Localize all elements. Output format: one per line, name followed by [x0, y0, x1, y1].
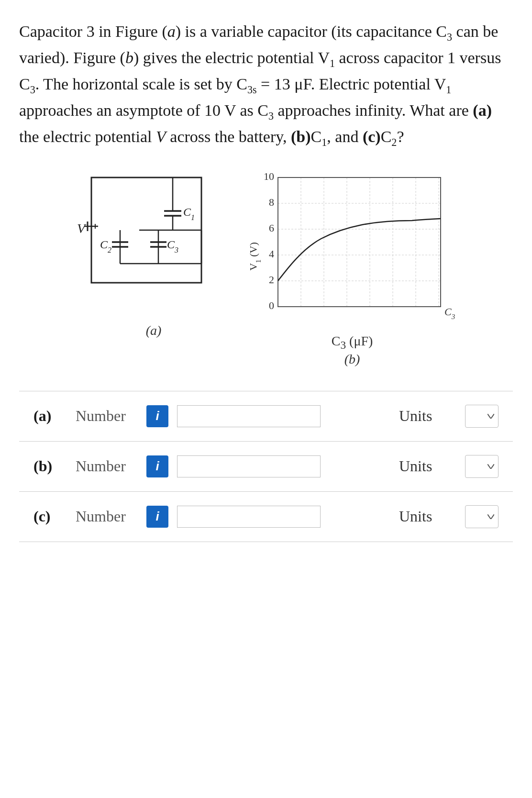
- number-input-a[interactable]: [177, 405, 321, 427]
- circuit-svg: V C1: [77, 168, 230, 316]
- svg-text:4: 4: [269, 248, 274, 260]
- circuit-diagram: V C1: [77, 168, 230, 338]
- graph-x-label: C3 (μF) (b): [332, 333, 373, 367]
- svg-text:C3: C3: [167, 238, 178, 254]
- answer-row-a: (a) Number i Units V μF: [19, 391, 513, 442]
- svg-text:C1: C1: [183, 206, 195, 222]
- svg-text:C2: C2: [100, 238, 111, 254]
- svg-text:V: V: [77, 221, 87, 236]
- problem-text: Capacitor 3 in Figure (a) is a variable …: [19, 19, 513, 151]
- part-b-label: (b): [33, 457, 67, 475]
- units-label-c: Units: [399, 508, 456, 525]
- figures-row: V C1: [19, 168, 513, 367]
- units-select-c[interactable]: V μF: [465, 505, 499, 528]
- graph-x-axis-label: C3 (μF): [332, 333, 373, 348]
- part-c-label: (c): [33, 508, 67, 525]
- number-input-c[interactable]: [177, 506, 321, 528]
- units-select-b[interactable]: V μF: [465, 455, 499, 478]
- svg-text:2: 2: [269, 274, 274, 286]
- svg-text:6: 6: [269, 222, 274, 234]
- info-button-c[interactable]: i: [146, 506, 168, 528]
- answer-section: (a) Number i Units V μF (b) Number i Uni…: [19, 391, 513, 542]
- info-button-a[interactable]: i: [146, 405, 168, 427]
- page: Capacitor 3 in Figure (a) is a variable …: [0, 0, 532, 561]
- info-button-b[interactable]: i: [146, 455, 168, 477]
- part-b-number-label: Number: [76, 457, 138, 475]
- svg-text:V1 (V): V1 (V): [249, 242, 262, 270]
- answer-row-c: (c) Number i Units V μF: [19, 492, 513, 542]
- graph-svg: V1 (V): [249, 168, 455, 331]
- graph-container: V1 (V): [249, 168, 455, 367]
- part-a-label: (a): [33, 407, 67, 425]
- svg-text:8: 8: [269, 196, 274, 208]
- circuit-figure-label: (a): [146, 323, 162, 338]
- svg-text:10: 10: [264, 170, 274, 182]
- units-label-b: Units: [399, 457, 456, 475]
- units-label-a: Units: [399, 407, 456, 425]
- svg-rect-35: [278, 177, 441, 307]
- part-a-number-label: Number: [76, 407, 138, 425]
- part-c-number-label: Number: [76, 508, 138, 525]
- svg-text:0: 0: [269, 299, 274, 311]
- graph-sub-label: (b): [344, 352, 360, 366]
- answer-row-b: (b) Number i Units V μF: [19, 442, 513, 492]
- number-input-b[interactable]: [177, 455, 321, 477]
- units-select-a[interactable]: V μF: [465, 405, 499, 428]
- svg-text:C3s: C3s: [444, 306, 455, 321]
